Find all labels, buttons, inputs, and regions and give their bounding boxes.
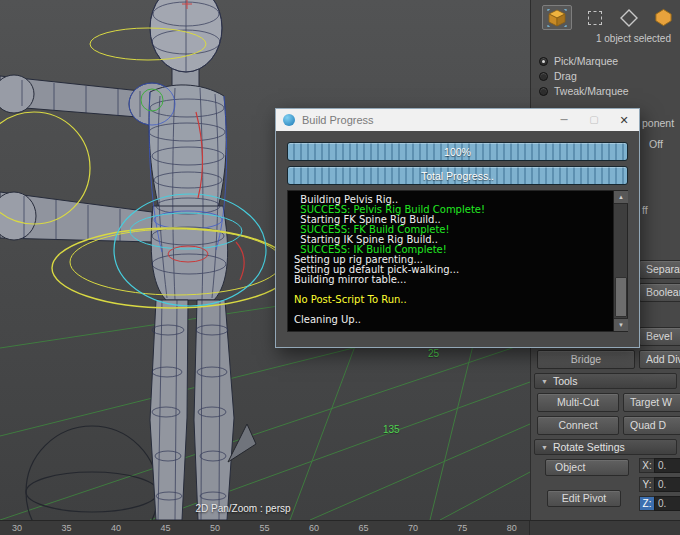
log-line: Cleaning Up.. <box>294 315 613 325</box>
grid-coordinate-label: 25 <box>428 348 439 359</box>
scroll-thumb[interactable] <box>615 277 627 317</box>
marquee-glyph <box>588 11 602 25</box>
app-window: 25 135 2D Pan/Zoom : persp 1 obje <box>0 0 680 535</box>
timeline-tick: 50 <box>210 521 220 535</box>
radio-icon <box>539 57 548 66</box>
minimize-button[interactable]: ─ <box>549 109 579 131</box>
timeline-tick: 80 <box>507 521 517 535</box>
pan-zoom-indicator: 2D Pan/Zoom : persp <box>195 503 290 514</box>
build-progress-dialog: Build Progress ─ ▢ ✕ 100% Total Progress… <box>275 108 640 348</box>
cube-tool-icon[interactable] <box>542 5 572 30</box>
timeline-tick: 75 <box>457 521 467 535</box>
close-icon[interactable]: ✕ <box>609 109 639 131</box>
bridge-button[interactable]: Bridge <box>537 350 635 369</box>
pivot-x-row: X: 0. <box>639 458 680 473</box>
connect-button[interactable]: Connect <box>537 416 619 435</box>
off-toggle-label[interactable]: Off <box>649 138 663 150</box>
total-progress-label: Total Progress.. <box>288 167 627 184</box>
log-line: No Post-Script To Run.. <box>294 295 613 305</box>
radio-label: Drag <box>554 70 577 82</box>
radio-label: Pick/Marquee <box>554 55 618 67</box>
radio-tweak-marquee[interactable]: Tweak/Marquee <box>539 85 629 97</box>
log-scrollbar[interactable]: ▲ ▼ <box>613 191 627 331</box>
timeline-tick: 35 <box>61 521 71 535</box>
progress-percent: 100% <box>288 143 627 160</box>
y-axis-label: Y: <box>639 477 654 492</box>
scroll-up-icon[interactable]: ▲ <box>614 191 628 204</box>
timeline-tick: 30 <box>12 521 22 535</box>
timeline-tick: 40 <box>111 521 121 535</box>
scroll-down-icon[interactable]: ▼ <box>614 318 628 331</box>
pivot-y-row: Y: 0. <box>639 477 680 492</box>
edit-pivot-button[interactable]: Edit Pivot <box>547 490 621 507</box>
selection-status: 1 object selected <box>596 33 671 44</box>
bevel-button[interactable]: Bevel <box>639 327 680 346</box>
radio-pick-marquee[interactable]: Pick/Marquee <box>539 55 618 67</box>
chevron-down-icon: ▼ <box>541 378 548 385</box>
timeline-ticks: 3035404550556065707580 <box>0 521 530 535</box>
dialog-app-icon <box>283 114 295 126</box>
target-weld-button[interactable]: Target W <box>623 393 680 412</box>
timeline-tick: 65 <box>358 521 368 535</box>
timeline-tick: 55 <box>259 521 269 535</box>
component-label-fragment: ponent <box>642 117 674 129</box>
x-axis-field[interactable]: 0. <box>654 458 680 473</box>
timeline-tick: 70 <box>408 521 418 535</box>
booleans-button[interactable]: Boolean <box>639 283 680 302</box>
timeline-tick: 60 <box>309 521 319 535</box>
dialog-body: 100% Total Progress.. Building Pelvis Ri… <box>276 131 639 340</box>
dialog-title: Build Progress <box>302 114 549 126</box>
rotate-settings-section-header[interactable]: ▼Rotate Settings <box>534 439 677 455</box>
add-divisions-button[interactable]: Add Div <box>639 350 680 369</box>
separate-button[interactable]: Separat <box>639 260 680 279</box>
maximize-button[interactable]: ▢ <box>579 109 609 131</box>
progress-bar-current: 100% <box>287 142 628 161</box>
x-axis-label: X: <box>639 458 654 473</box>
timeline-ruler[interactable]: 3035404550556065707580 <box>0 520 680 535</box>
build-log: Building Pelvis Rig.. SUCCESS: Pelvis Ri… <box>287 190 628 332</box>
section-title: Tools <box>553 375 578 387</box>
progress-bar-total: Total Progress.. <box>287 166 628 185</box>
off-toggle-label[interactable]: ff <box>642 204 648 216</box>
object-dropdown[interactable]: Object <box>545 459 629 476</box>
radio-icon <box>539 72 548 81</box>
section-title: Rotate Settings <box>553 441 625 453</box>
diamond-tool-icon[interactable] <box>614 5 644 30</box>
timeline-tick: 45 <box>160 521 170 535</box>
pivot-z-row: Z: 0. <box>639 496 680 511</box>
z-axis-field[interactable]: 0. <box>654 496 680 511</box>
soft-select-tool-icon[interactable] <box>648 5 678 30</box>
z-axis-label: Z: <box>639 496 654 511</box>
radio-icon <box>539 87 548 96</box>
tools-section-header[interactable]: ▼Tools <box>534 373 677 389</box>
radio-drag[interactable]: Drag <box>539 70 577 82</box>
log-line: Building mirror table... <box>294 275 613 285</box>
log-output: Building Pelvis Rig.. SUCCESS: Pelvis Ri… <box>288 191 613 331</box>
quad-draw-button[interactable]: Quad D <box>623 416 680 435</box>
multi-cut-button[interactable]: Multi-Cut <box>537 393 619 412</box>
grid-coordinate-label: 135 <box>383 424 400 435</box>
chevron-down-icon: ▼ <box>541 444 548 451</box>
y-axis-field[interactable]: 0. <box>654 477 680 492</box>
radio-label: Tweak/Marquee <box>554 85 629 97</box>
marquee-tool-icon[interactable] <box>580 5 610 30</box>
dialog-titlebar[interactable]: Build Progress ─ ▢ ✕ <box>276 109 639 131</box>
